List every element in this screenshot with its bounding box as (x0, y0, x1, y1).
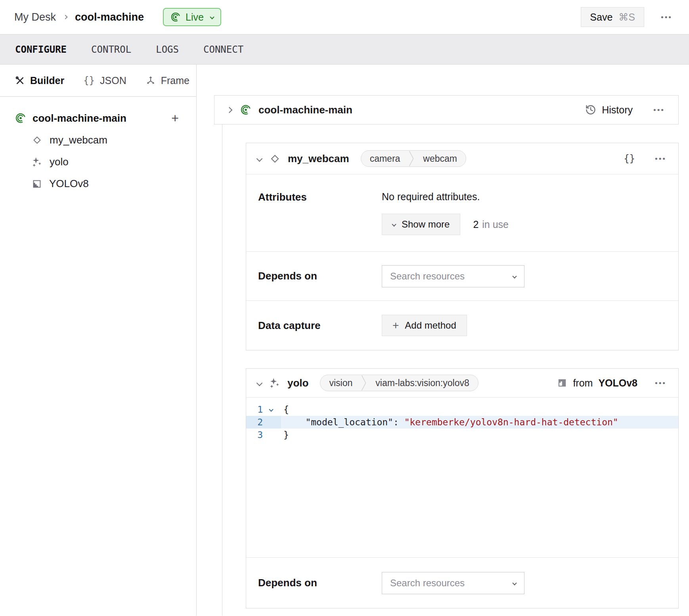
resource-card-yolo: yolo vision viam-labs:vision:yolov8 (246, 368, 679, 608)
tree-item-label: YOLOv8 (49, 178, 89, 190)
line-number: 1 (246, 404, 263, 415)
line-number: 2 (246, 417, 263, 427)
add-method-button[interactable]: + Add method (382, 315, 467, 336)
code-text: "model_location": "keremberke/yolov8n-ha… (281, 417, 618, 427)
from-module-name: YOLOv8 (598, 377, 637, 389)
badge-divider (361, 375, 367, 391)
attributes-in-use: 2 in use (473, 219, 509, 230)
live-status-button[interactable]: Live (163, 8, 221, 26)
code-key: "model_location" (283, 417, 393, 427)
code-text: { (281, 404, 289, 415)
breadcrumb-machine-name: cool-machine (75, 11, 144, 23)
depends-on-section: Depends on Search resources (246, 251, 678, 300)
more-menu-button[interactable]: ••• (658, 13, 675, 21)
badge-model: webcam (414, 151, 466, 166)
plus-icon: + (392, 320, 399, 331)
tools-icon (15, 76, 25, 86)
depends-on-section: Depends on Search resources (246, 557, 678, 608)
code-string-value: "keremberke/yolov8n-hard-hat-detection" (404, 417, 618, 427)
badge-api: vision (320, 375, 361, 391)
from-module-link[interactable]: from YOLOv8 (557, 377, 637, 389)
broadcast-icon (170, 12, 181, 22)
code-line: 1 { (246, 403, 678, 416)
resource-more-menu-button[interactable]: ••• (653, 155, 669, 163)
frame-axes-icon (145, 75, 156, 86)
select-placeholder: Search resources (390, 271, 465, 282)
resource-type-badges: vision viam-labs:vision:yolov8 (320, 375, 478, 391)
view-tab-builder[interactable]: Builder (15, 75, 64, 86)
resource-more-menu-button[interactable]: ••• (653, 379, 669, 387)
resource-tree: cool-machine-main + my_webcam yolo (0, 97, 196, 195)
tree-root-label: cool-machine-main (33, 112, 126, 124)
diamond-icon (32, 135, 42, 145)
expand-chevron-icon[interactable] (226, 106, 233, 114)
diamond-icon (269, 153, 281, 165)
module-icon (32, 179, 42, 189)
badge-model: viam-labs:vision:yolov8 (367, 375, 478, 391)
tab-control[interactable]: CONTROL (91, 44, 131, 55)
sidebar-view-tabs: Builder {} JSON Frame (0, 65, 196, 97)
tree-item-main-part[interactable]: cool-machine-main + (0, 107, 196, 129)
tab-connect[interactable]: CONNECT (203, 44, 243, 55)
code-line-active: 2 "model_location": "keremberke/yolov8n-… (246, 416, 678, 429)
depends-on-select[interactable]: Search resources (382, 265, 524, 287)
breadcrumb-my-desk[interactable]: My Desk (14, 11, 56, 23)
select-placeholder: Search resources (390, 578, 465, 589)
attributes-section: Attributes No required attributes. Show … (246, 174, 678, 251)
depends-on-label: Depends on (258, 577, 382, 589)
top-header: My Desk cool-machine Live Save ⌘S ••• (0, 0, 689, 34)
json-mode-toggle[interactable]: {} (621, 153, 637, 165)
history-button[interactable]: History (583, 104, 635, 116)
in-use-count: 2 (473, 219, 478, 230)
chevron-down-icon (392, 222, 396, 226)
save-label: Save (590, 11, 612, 23)
data-capture-label: Data capture (258, 319, 382, 332)
code-line: 3 } (246, 429, 678, 441)
line-number: 3 (246, 430, 263, 440)
part-more-menu-button[interactable]: ••• (651, 106, 667, 114)
fold-chevron-icon[interactable] (263, 408, 279, 411)
broadcast-icon (240, 104, 251, 115)
tree-item-my-webcam[interactable]: my_webcam (0, 129, 196, 151)
braces-icon: {} (83, 75, 95, 86)
view-tab-json[interactable]: {} JSON (83, 75, 126, 86)
depends-on-select[interactable]: Search resources (382, 572, 524, 594)
config-sidebar: Builder {} JSON Frame (0, 65, 197, 616)
sparkles-icon (32, 157, 42, 167)
attributes-json-editor[interactable]: 1 { 2 "model_location": "keremberke/yolo… (246, 397, 678, 557)
tree-item-yolo[interactable]: yolo (0, 151, 196, 173)
show-more-button[interactable]: Show more (382, 214, 460, 235)
module-icon (557, 378, 567, 388)
main-nav-tabs: CONFIGURE CONTROL LOGS CONNECT (0, 34, 689, 65)
tab-configure[interactable]: CONFIGURE (15, 44, 67, 55)
chevron-down-icon (512, 581, 517, 585)
resource-card-my-webcam: my_webcam camera webcam {} ••• Attribute… (246, 143, 679, 350)
badge-divider (409, 150, 414, 167)
chevron-down-icon (512, 274, 517, 278)
live-label: Live (186, 11, 204, 23)
add-resource-button[interactable]: + (169, 111, 181, 125)
tree-connector-line (222, 124, 222, 616)
data-capture-section: Data capture + Add method (246, 300, 678, 350)
attributes-label: Attributes (258, 174, 382, 251)
resource-name: yolo (287, 377, 308, 389)
chevron-down-icon (210, 15, 214, 19)
tree-item-yolov8-module[interactable]: YOLOv8 (0, 173, 196, 195)
view-tab-frame[interactable]: Frame (145, 75, 189, 86)
code-colon: : (393, 417, 404, 427)
depends-on-label: Depends on (258, 270, 382, 282)
tree-item-label: yolo (50, 156, 69, 168)
attributes-note: No required attributes. (382, 191, 509, 203)
tree-item-label: my_webcam (50, 134, 107, 146)
tab-logs[interactable]: LOGS (156, 44, 179, 55)
collapse-chevron-icon[interactable] (256, 379, 263, 387)
sparkles-icon (269, 377, 280, 388)
part-card-cool-machine-main: cool-machine-main History ••• (214, 95, 679, 124)
save-shortcut: ⌘S (618, 11, 635, 23)
collapse-chevron-icon[interactable] (256, 155, 263, 163)
save-button[interactable]: Save ⌘S (581, 7, 644, 27)
resource-type-badges: camera webcam (361, 150, 466, 167)
part-name: cool-machine-main (258, 104, 352, 116)
config-main-panel: cool-machine-main History ••• (197, 65, 689, 616)
from-label: from (573, 377, 593, 389)
